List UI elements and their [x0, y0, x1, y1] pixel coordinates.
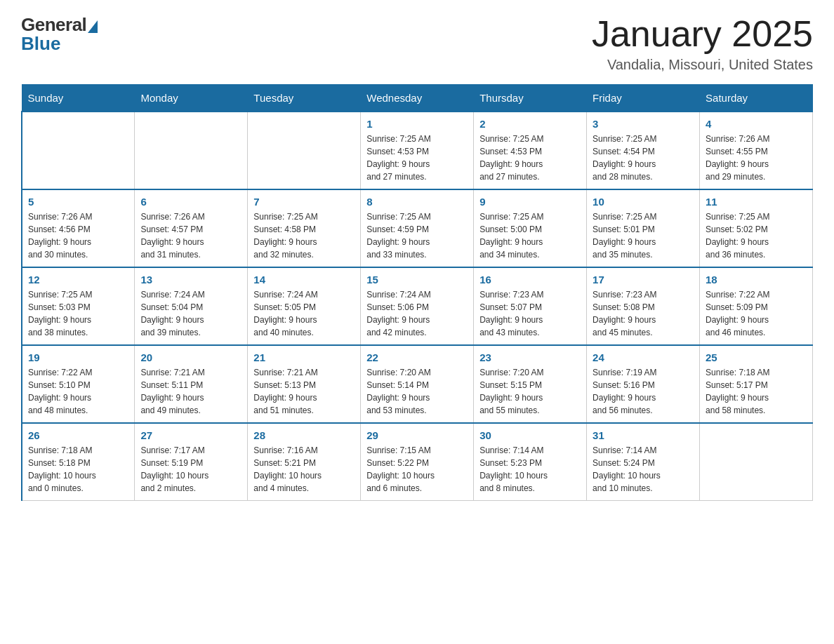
- day-info: Sunrise: 7:23 AM Sunset: 5:07 PM Dayligh…: [479, 288, 581, 339]
- calendar-day-cell: 11Sunrise: 7:25 AM Sunset: 5:02 PM Dayli…: [700, 189, 813, 267]
- calendar-day-cell: 27Sunrise: 7:17 AM Sunset: 5:19 PM Dayli…: [135, 423, 248, 501]
- calendar-day-cell: [135, 112, 248, 189]
- calendar-day-cell: 29Sunrise: 7:15 AM Sunset: 5:22 PM Dayli…: [361, 423, 474, 501]
- calendar-table: SundayMondayTuesdayWednesdayThursdayFrid…: [21, 84, 813, 501]
- calendar-day-header: Wednesday: [361, 85, 474, 112]
- day-number: 16: [479, 274, 581, 286]
- day-info: Sunrise: 7:19 AM Sunset: 5:16 PM Dayligh…: [593, 366, 694, 417]
- calendar-day-cell: 14Sunrise: 7:24 AM Sunset: 5:05 PM Dayli…: [248, 267, 361, 345]
- calendar-day-cell: 13Sunrise: 7:24 AM Sunset: 5:04 PM Dayli…: [135, 267, 248, 345]
- calendar-day-cell: 1Sunrise: 7:25 AM Sunset: 4:53 PM Daylig…: [361, 112, 474, 189]
- calendar-day-cell: 10Sunrise: 7:25 AM Sunset: 5:01 PM Dayli…: [587, 189, 700, 267]
- day-number: 8: [366, 196, 468, 208]
- day-info: Sunrise: 7:25 AM Sunset: 4:59 PM Dayligh…: [366, 210, 468, 261]
- day-info: Sunrise: 7:14 AM Sunset: 5:23 PM Dayligh…: [479, 444, 581, 495]
- title-block: January 2025 Vandalia, Missouri, United …: [592, 14, 813, 73]
- calendar-day-cell: [700, 423, 813, 501]
- day-number: 22: [366, 351, 468, 363]
- day-number: 23: [479, 351, 581, 363]
- day-info: Sunrise: 7:26 AM Sunset: 4:57 PM Dayligh…: [140, 210, 241, 261]
- day-number: 2: [479, 118, 581, 130]
- calendar-week-row: 5Sunrise: 7:26 AM Sunset: 4:56 PM Daylig…: [22, 189, 813, 267]
- location-text: Vandalia, Missouri, United States: [592, 57, 813, 73]
- logo-triangle-icon: [88, 20, 98, 33]
- calendar-day-header: Sunday: [22, 85, 135, 112]
- day-number: 14: [253, 274, 355, 286]
- calendar-day-cell: 20Sunrise: 7:21 AM Sunset: 5:11 PM Dayli…: [135, 345, 248, 423]
- calendar-day-cell: 16Sunrise: 7:23 AM Sunset: 5:07 PM Dayli…: [474, 267, 587, 345]
- day-info: Sunrise: 7:21 AM Sunset: 5:11 PM Dayligh…: [140, 366, 241, 417]
- calendar-day-cell: 18Sunrise: 7:22 AM Sunset: 5:09 PM Dayli…: [700, 267, 813, 345]
- calendar-day-cell: 30Sunrise: 7:14 AM Sunset: 5:23 PM Dayli…: [474, 423, 587, 501]
- day-number: 11: [706, 196, 807, 208]
- day-info: Sunrise: 7:24 AM Sunset: 5:04 PM Dayligh…: [140, 288, 241, 339]
- calendar-day-cell: [248, 112, 361, 189]
- calendar-day-cell: 22Sunrise: 7:20 AM Sunset: 5:14 PM Dayli…: [361, 345, 474, 423]
- calendar-day-header: Thursday: [474, 85, 587, 112]
- day-info: Sunrise: 7:14 AM Sunset: 5:24 PM Dayligh…: [593, 444, 694, 495]
- day-info: Sunrise: 7:22 AM Sunset: 5:09 PM Dayligh…: [706, 288, 807, 339]
- day-info: Sunrise: 7:18 AM Sunset: 5:18 PM Dayligh…: [28, 444, 128, 495]
- day-number: 6: [140, 196, 241, 208]
- calendar-week-row: 1Sunrise: 7:25 AM Sunset: 4:53 PM Daylig…: [22, 112, 813, 189]
- day-number: 17: [593, 274, 694, 286]
- day-number: 15: [366, 274, 468, 286]
- day-info: Sunrise: 7:23 AM Sunset: 5:08 PM Dayligh…: [593, 288, 694, 339]
- day-number: 10: [593, 196, 694, 208]
- day-number: 4: [706, 118, 807, 130]
- day-info: Sunrise: 7:15 AM Sunset: 5:22 PM Dayligh…: [366, 444, 468, 495]
- calendar-day-cell: 12Sunrise: 7:25 AM Sunset: 5:03 PM Dayli…: [22, 267, 135, 345]
- calendar-day-cell: 17Sunrise: 7:23 AM Sunset: 5:08 PM Dayli…: [587, 267, 700, 345]
- day-number: 12: [28, 274, 128, 286]
- page-header: General Blue January 2025 Vandalia, Miss…: [21, 14, 813, 73]
- calendar-day-header: Monday: [135, 85, 248, 112]
- day-number: 31: [593, 429, 694, 441]
- calendar-day-cell: 23Sunrise: 7:20 AM Sunset: 5:15 PM Dayli…: [474, 345, 587, 423]
- day-number: 27: [140, 429, 241, 441]
- day-info: Sunrise: 7:25 AM Sunset: 5:01 PM Dayligh…: [593, 210, 694, 261]
- day-number: 25: [706, 351, 807, 363]
- calendar-day-cell: 5Sunrise: 7:26 AM Sunset: 4:56 PM Daylig…: [22, 189, 135, 267]
- day-number: 26: [28, 429, 128, 441]
- day-info: Sunrise: 7:16 AM Sunset: 5:21 PM Dayligh…: [253, 444, 355, 495]
- day-number: 19: [28, 351, 128, 363]
- logo-blue-text: Blue: [21, 33, 60, 55]
- day-info: Sunrise: 7:20 AM Sunset: 5:14 PM Dayligh…: [366, 366, 468, 417]
- calendar-day-header: Saturday: [700, 85, 813, 112]
- logo: General Blue: [21, 14, 98, 55]
- day-info: Sunrise: 7:26 AM Sunset: 4:56 PM Dayligh…: [28, 210, 128, 261]
- calendar-day-cell: 15Sunrise: 7:24 AM Sunset: 5:06 PM Dayli…: [361, 267, 474, 345]
- calendar-day-cell: 4Sunrise: 7:26 AM Sunset: 4:55 PM Daylig…: [700, 112, 813, 189]
- day-number: 30: [479, 429, 581, 441]
- calendar-day-cell: 26Sunrise: 7:18 AM Sunset: 5:18 PM Dayli…: [22, 423, 135, 501]
- calendar-header-row: SundayMondayTuesdayWednesdayThursdayFrid…: [22, 85, 813, 112]
- calendar-week-row: 12Sunrise: 7:25 AM Sunset: 5:03 PM Dayli…: [22, 267, 813, 345]
- calendar-day-cell: 9Sunrise: 7:25 AM Sunset: 5:00 PM Daylig…: [474, 189, 587, 267]
- calendar-week-row: 26Sunrise: 7:18 AM Sunset: 5:18 PM Dayli…: [22, 423, 813, 501]
- calendar-day-cell: 21Sunrise: 7:21 AM Sunset: 5:13 PM Dayli…: [248, 345, 361, 423]
- day-info: Sunrise: 7:25 AM Sunset: 4:53 PM Dayligh…: [366, 133, 468, 183]
- day-number: 18: [706, 274, 807, 286]
- calendar-week-row: 19Sunrise: 7:22 AM Sunset: 5:10 PM Dayli…: [22, 345, 813, 423]
- day-info: Sunrise: 7:22 AM Sunset: 5:10 PM Dayligh…: [28, 366, 128, 417]
- calendar-day-cell: 2Sunrise: 7:25 AM Sunset: 4:53 PM Daylig…: [474, 112, 587, 189]
- day-info: Sunrise: 7:17 AM Sunset: 5:19 PM Dayligh…: [140, 444, 241, 495]
- day-info: Sunrise: 7:20 AM Sunset: 5:15 PM Dayligh…: [479, 366, 581, 417]
- calendar-day-cell: 19Sunrise: 7:22 AM Sunset: 5:10 PM Dayli…: [22, 345, 135, 423]
- day-info: Sunrise: 7:18 AM Sunset: 5:17 PM Dayligh…: [706, 366, 807, 417]
- day-info: Sunrise: 7:25 AM Sunset: 5:02 PM Dayligh…: [706, 210, 807, 261]
- calendar-day-cell: 31Sunrise: 7:14 AM Sunset: 5:24 PM Dayli…: [587, 423, 700, 501]
- day-number: 7: [253, 196, 355, 208]
- day-number: 21: [253, 351, 355, 363]
- day-info: Sunrise: 7:24 AM Sunset: 5:06 PM Dayligh…: [366, 288, 468, 339]
- day-info: Sunrise: 7:24 AM Sunset: 5:05 PM Dayligh…: [253, 288, 355, 339]
- calendar-day-header: Tuesday: [248, 85, 361, 112]
- day-number: 3: [593, 118, 694, 130]
- day-info: Sunrise: 7:25 AM Sunset: 5:03 PM Dayligh…: [28, 288, 128, 339]
- day-info: Sunrise: 7:25 AM Sunset: 4:53 PM Dayligh…: [479, 133, 581, 183]
- day-number: 20: [140, 351, 241, 363]
- day-info: Sunrise: 7:21 AM Sunset: 5:13 PM Dayligh…: [253, 366, 355, 417]
- calendar-day-cell: 25Sunrise: 7:18 AM Sunset: 5:17 PM Dayli…: [700, 345, 813, 423]
- calendar-day-cell: 8Sunrise: 7:25 AM Sunset: 4:59 PM Daylig…: [361, 189, 474, 267]
- day-info: Sunrise: 7:26 AM Sunset: 4:55 PM Dayligh…: [706, 133, 807, 183]
